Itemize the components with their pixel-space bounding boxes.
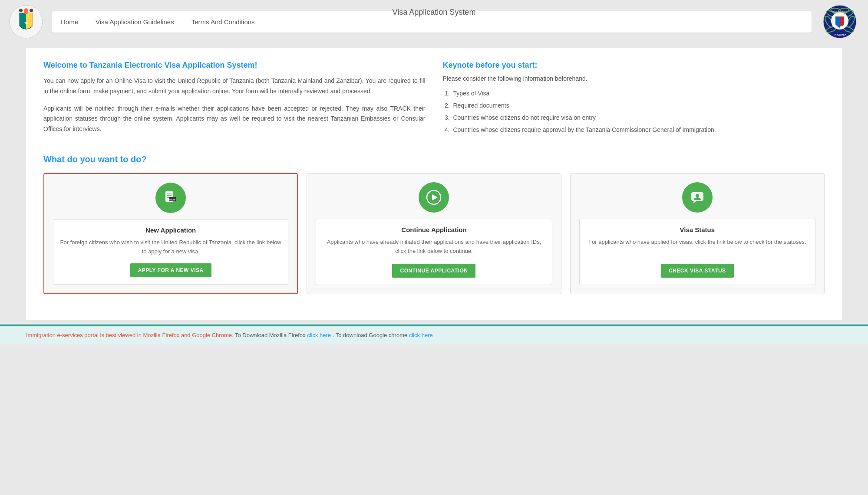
svg-marker-26 [693, 201, 696, 203]
footer-firefox-link[interactable]: click here [307, 332, 331, 338]
svg-point-3 [30, 9, 33, 12]
new-application-icon: NEW [155, 183, 186, 213]
card-continue-application-title: Continue Application [401, 226, 466, 233]
card-continue-application-inner: Continue Application Applicants who have… [316, 219, 552, 285]
keynote-section: Keynote before you start: Please conside… [443, 61, 825, 141]
main-content: Welcome to Tanzania Electronic Visa Appl… [26, 48, 842, 320]
nav-terms[interactable]: Terms And Conditions [191, 18, 255, 26]
visa-status-icon [682, 182, 713, 213]
keynote-title: Keynote before you start: [443, 61, 825, 70]
header-title: Visa Application System [393, 8, 476, 17]
logo-left: TZ [9, 4, 43, 39]
svg-point-1 [24, 8, 28, 14]
welcome-title: Welcome to Tanzania Electronic Visa Appl… [43, 61, 426, 70]
card-continue-application-desc: Applicants who have already initiated th… [320, 238, 547, 257]
svg-text:TZ: TZ [24, 22, 28, 24]
welcome-para1: You can now apply for an Online Visa to … [43, 76, 426, 97]
keynote-item-1: Types of Visa [452, 87, 825, 99]
nav-home[interactable]: Home [61, 18, 78, 26]
keynote-item-4: Countries whose citizens require approva… [452, 124, 825, 136]
svg-marker-24 [432, 194, 438, 200]
svg-text:NEW: NEW [169, 198, 175, 201]
footer-firefox-text: To Download Mozilla Firefox [235, 332, 307, 338]
what-section-title: What do you want to do? [43, 154, 825, 164]
continue-application-button[interactable]: CONTINUE APPLICATION [392, 264, 475, 278]
footer-chrome-text: . To download Google chrome [333, 332, 409, 338]
welcome-para2: Applicants will be notified through thei… [43, 104, 426, 134]
keynote-item-2: Required documents [452, 99, 825, 111]
cards-grid: NEW New Application For foreign citizens… [43, 173, 825, 294]
card-visa-status-desc: For applicants who have applied for visa… [588, 238, 806, 257]
footer-chrome-link[interactable]: click here [409, 332, 433, 338]
card-visa-status-title: Visa Status [680, 226, 715, 233]
card-continue-application[interactable]: Continue Application Applicants who have… [307, 173, 561, 294]
intro-grid: Welcome to Tanzania Electronic Visa Appl… [43, 61, 825, 141]
logo-right: TANZANIA IMMIGRATION [820, 4, 859, 39]
card-visa-status-inner: Visa Status For applicants who have appl… [579, 219, 815, 285]
card-new-application-title: New Application [145, 226, 196, 234]
apply-new-visa-button[interactable]: APPLY FOR A NEW VISA [130, 263, 211, 277]
keynote-item-3: Countries whose citizens do not require … [452, 111, 825, 124]
welcome-section: Welcome to Tanzania Electronic Visa Appl… [43, 61, 426, 141]
svg-text:IMMIGRATION: IMMIGRATION [832, 11, 847, 13]
check-visa-status-button[interactable]: CHECK VISA STATUS [661, 264, 734, 278]
footer-warning: Immigration e-services portal is best vi… [26, 332, 234, 338]
svg-text:TANZANIA: TANZANIA [833, 33, 847, 36]
keynote-subtitle: Please consider the following informatio… [443, 75, 825, 82]
keynote-list: Types of Visa Required documents Countri… [443, 87, 825, 136]
nav-guidelines[interactable]: Visa Application Guidelines [96, 18, 174, 26]
card-new-application-desc: For foreign citizens who wish to visit t… [58, 238, 284, 256]
card-new-application-inner: New Application For foreign citizens who… [53, 219, 288, 285]
card-visa-status[interactable]: Visa Status For applicants who have appl… [570, 173, 825, 294]
footer: Immigration e-services portal is best vi… [0, 325, 868, 344]
continue-application-icon [419, 182, 449, 213]
svg-point-27 [696, 194, 699, 197]
card-new-application[interactable]: NEW New Application For foreign citizens… [43, 173, 298, 294]
svg-point-2 [19, 9, 23, 12]
